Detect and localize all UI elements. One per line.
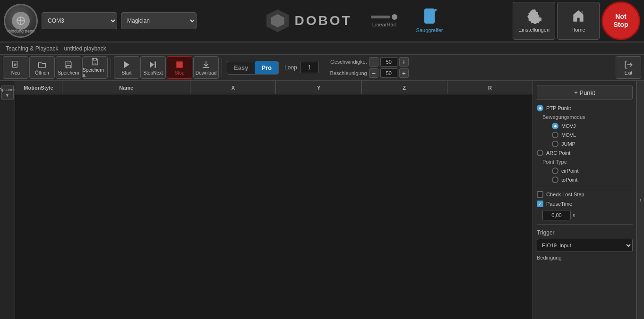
- cir-point-radio[interactable]: [552, 168, 558, 174]
- pause-time-input-row: s: [542, 210, 633, 220]
- download-icon: [201, 60, 211, 69]
- svg-rect-8: [67, 65, 70, 67]
- speichern-als-button[interactable]: AS Speichern a.: [82, 56, 108, 79]
- cir-point-label: cirPoint: [561, 168, 579, 174]
- oeffnen-button[interactable]: Öffnen: [29, 56, 55, 79]
- beschleunigung-minus[interactable]: −: [369, 68, 378, 78]
- save-as-icon: AS: [90, 57, 100, 67]
- sauggreifer-section[interactable]: ▼ Sauggreifer: [416, 8, 443, 33]
- folder-open-icon: [37, 60, 47, 69]
- beschleunigung-value: 50: [380, 68, 397, 78]
- right-collapse-button[interactable]: ›: [636, 81, 644, 319]
- exit-icon: [624, 60, 633, 69]
- top-right-buttons: Einstellungen Home Not Stop: [513, 1, 640, 40]
- movj-radio[interactable]: [552, 123, 558, 129]
- arc-point-radio[interactable]: [537, 150, 543, 156]
- col-header-name: Name: [62, 81, 190, 94]
- com-port-select[interactable]: COM3: [42, 12, 117, 29]
- col-header-motionstyle: MotionStyle: [15, 81, 62, 94]
- einstellungen-label: Einstellungen: [518, 27, 550, 33]
- table-body: [15, 94, 532, 319]
- home-label: Home: [571, 27, 585, 33]
- loop-input[interactable]: [300, 62, 319, 73]
- svg-rect-9: [94, 59, 97, 60]
- save-icon: [64, 60, 73, 69]
- arc-point-row: ARC Point: [537, 150, 633, 156]
- trigger-label: Trigger: [537, 229, 633, 236]
- svg-rect-7: [67, 61, 70, 63]
- svg-marker-11: [124, 61, 129, 68]
- rail-line: [371, 16, 390, 18]
- connection-label: -bindung trenn: [7, 29, 34, 34]
- pause-time-row-check: PauseTime: [537, 201, 633, 207]
- ptp-punkt-radio[interactable]: [537, 105, 543, 111]
- step-next-label: StepNext: [143, 70, 163, 76]
- divider-1: [537, 187, 633, 187]
- left-sidebar: Optionen ▼: [0, 81, 15, 319]
- to-point-radio[interactable]: [552, 176, 558, 183]
- play-icon: [122, 60, 131, 69]
- download-button[interactable]: Download: [193, 56, 219, 79]
- speichern-button[interactable]: Speichern: [56, 56, 81, 79]
- neu-button[interactable]: Neu: [3, 56, 28, 79]
- dobot-brand: DOBOT: [266, 9, 352, 32]
- jump-radio[interactable]: [552, 141, 558, 147]
- neu-label: Neu: [11, 70, 20, 76]
- right-panel: + Punkt PTP Punkt Bewegungsmodus MOVJ MO…: [532, 81, 636, 319]
- trigger-select[interactable]: EIO19_Input: [537, 239, 633, 252]
- stop-icon: [175, 60, 184, 69]
- bewegungsmodus-title: Bewegungsmodus: [542, 114, 633, 120]
- easy-button[interactable]: Easy: [227, 61, 255, 74]
- not-stop-button[interactable]: Not Stop: [601, 1, 640, 40]
- download-label: Download: [196, 70, 216, 76]
- home-button[interactable]: Home: [557, 2, 600, 40]
- pause-time-checkbox[interactable]: [537, 201, 543, 207]
- stop-button[interactable]: Stop: [167, 56, 192, 79]
- dobot-hex-inner: [271, 14, 284, 27]
- home-icon: [571, 9, 586, 24]
- movl-radio[interactable]: [552, 132, 558, 138]
- cir-point-row: cirPoint: [552, 168, 633, 174]
- loop-label: Loop: [284, 64, 297, 71]
- linear-rail-icon: [371, 14, 397, 20]
- pause-time-input[interactable]: [542, 210, 571, 220]
- exit-button[interactable]: Exit: [616, 56, 641, 79]
- col-header-y: Y: [276, 81, 361, 94]
- beschleunigung-row: Beschleunigung − 50 +: [325, 68, 409, 78]
- arc-point-label: ARC Point: [546, 150, 570, 156]
- toolbar-separator-1: [111, 58, 111, 77]
- einstellungen-button[interactable]: Einstellungen: [513, 2, 555, 40]
- svg-marker-12: [150, 61, 154, 67]
- svg-rect-14: [176, 61, 182, 67]
- check-lost-step-checkbox[interactable]: [537, 191, 543, 198]
- start-button[interactable]: Start: [114, 56, 139, 79]
- geschwindigkeit-minus[interactable]: −: [369, 57, 378, 67]
- oeffnen-label: Öffnen: [35, 70, 49, 76]
- top-bar: -bindung trenn COM3 Magician DOBOT Linea…: [0, 0, 644, 42]
- device-select[interactable]: Magician: [121, 12, 197, 29]
- table-area: MotionStyle Name X Y Z R: [15, 81, 532, 319]
- check-lost-step-row: Check Lost Step: [537, 191, 633, 198]
- geschwindigkeit-plus[interactable]: +: [399, 57, 409, 67]
- neu-icon: [11, 60, 20, 69]
- step-next-button[interactable]: StepNext: [140, 56, 166, 79]
- divider-2: [537, 224, 633, 225]
- plus-punkt-button[interactable]: + Punkt: [537, 85, 633, 100]
- to-point-row: toPoint: [552, 176, 633, 183]
- dobot-center: DOBOT LinearRail ▼ Sauggreifer: [200, 8, 509, 33]
- optionen-label: Optionen: [0, 87, 16, 92]
- col-header-r: R: [447, 81, 532, 94]
- beschleunigung-plus[interactable]: +: [399, 68, 409, 78]
- trigger-section: Trigger EIO19_Input Bedingung: [537, 229, 633, 260]
- linear-rail-section[interactable]: LinearRail: [371, 14, 397, 27]
- svg-text:AS: AS: [93, 62, 97, 65]
- point-type-title: Point Type: [542, 159, 633, 165]
- optionen-button[interactable]: Optionen ▼: [1, 85, 14, 100]
- ptp-punkt-row: PTP Punkt: [537, 105, 633, 111]
- exit-label: Exit: [625, 70, 633, 76]
- logo-circle[interactable]: -bindung trenn: [4, 4, 38, 38]
- pro-button[interactable]: Pro: [255, 61, 278, 74]
- geschwindigkeit-label: Geschwindigke.: [325, 59, 367, 65]
- not-stop-line1: Not: [615, 13, 626, 21]
- speichern-als-label: Speichern a.: [83, 67, 107, 78]
